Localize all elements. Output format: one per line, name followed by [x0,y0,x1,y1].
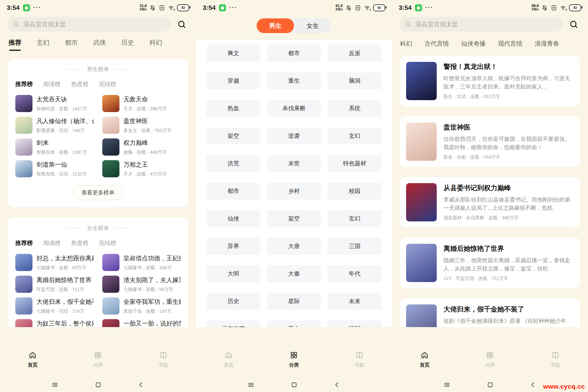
search-input[interactable]: 混在皇宫假太监 [399,17,562,32]
category-chip[interactable]: 大秦 [267,265,321,282]
tab-recommend[interactable]: 推荐 [9,38,21,51]
category-chip[interactable]: 乡村 [267,183,321,200]
feed-book-card[interactable]: 从县委书记到权力巅峰 李威从部队转到红山县做县委书记。而他刚到任的第一天就被人设… [400,177,580,228]
nav-home[interactable]: 首页 [196,351,261,377]
category-chip[interactable]: 大明 [206,265,260,282]
category-chip[interactable]: 西方 [267,320,321,327]
mute-bell-icon [541,5,548,11]
nav-home[interactable]: 首页 [0,351,65,377]
rank-tab-reading[interactable]: 阅读榜 [43,239,61,247]
category-chip[interactable]: 爽文 [206,45,260,62]
nav-category[interactable]: 分类 [65,351,130,377]
category-chip[interactable]: 重生 [267,72,321,89]
rank-tab-reading[interactable]: 阅读榜 [43,80,61,88]
view-more-ranks-button[interactable]: 查看更多榜单 [73,185,123,200]
feed-book-card[interactable]: 警报！真龙出狱！ 叶楚替兄长顶罪入狱，机缘巧合拜药皇为师，习逆天医术，三年后王者… [400,56,580,106]
category-chip[interactable]: 系统 [328,100,382,117]
category-chip[interactable]: 热血 [206,100,260,117]
category-chip[interactable]: 大唐 [267,238,321,255]
book-list-item[interactable]: 为奴三年后，整个侯府七猫爆书 · 连载 · 192万 [15,319,94,327]
rank-tab-finished[interactable]: 完结榜 [99,239,116,247]
tab-youth-romance[interactable]: 浪漫青春 [535,40,559,48]
search-button[interactable] [567,17,581,31]
tab-xianxia-romance[interactable]: 仙侠奇缘 [461,40,486,48]
category-chip[interactable]: 三国 [328,238,382,255]
search-icon [405,21,412,28]
book-list-item[interactable]: 离婚后她惊艳了世界可盐可甜 · 连载 · 711万 [15,276,94,293]
book-list-item[interactable]: 剑来智商在线 · 连载 · 1297万 [15,138,94,156]
book-list-item[interactable]: 盖世神医多女主 · 连载 · 753万字 [102,117,181,134]
book-list-item[interactable]: 渣夫别跪了，夫人嫁顶七猫爆书 · 连载 · 55万字 [102,276,181,293]
category-chip[interactable]: 异界 [206,238,260,255]
category-chip[interactable]: 仙侠 [206,210,260,227]
category-chip[interactable]: 末世 [267,155,321,172]
rank-tab-hot[interactable]: 热度榜 [71,80,89,88]
nav-bookshelf[interactable]: 书架 [327,351,392,377]
book-list-item[interactable]: 万相之王天才 · 连载 · 472万字 [102,160,181,177]
toggle-female[interactable]: 女生 [294,18,331,33]
search-button[interactable] [175,17,189,31]
book-list-item[interactable]: 大佬归来，假千金她不七猫爆书 · 完结 · 274万 [15,297,94,315]
recents-menu-icon[interactable] [247,381,254,388]
recents-menu-icon[interactable] [51,381,58,388]
book-list-item[interactable]: 一胎又一胎，说好的禁扮猪吃虎 · 连载 · 86万字 [102,319,181,327]
nav-category[interactable]: 分类 [457,351,522,377]
category-chip[interactable]: 杀伐果断 [267,100,321,117]
category-chip[interactable]: 未来 [328,293,382,310]
nav-category[interactable]: 分类 [261,351,326,377]
toggle-male[interactable]: 男生 [257,18,294,33]
category-chip[interactable]: 都市 [267,45,321,62]
category-chip[interactable]: 架空 [206,127,260,145]
rank-tab-recommend[interactable]: 推荐榜 [15,80,33,88]
category-chip[interactable]: 逆袭 [267,127,321,145]
tab-wuxia[interactable]: 武侠 [93,38,106,51]
book-list-item[interactable]: 无敌天命天才 · 连载 · 288万字 [102,95,181,112]
category-chip[interactable]: 历史 [206,293,260,310]
category-chip[interactable]: 都市 [206,183,260,200]
category-chip[interactable]: 特色题材 [328,155,382,172]
tab-scifi[interactable]: 科幻 [149,38,162,51]
category-chip[interactable]: 星际 [267,293,321,310]
nav-bookshelf[interactable]: 书架 [523,351,588,377]
book-list-item[interactable]: 权力巅峰烧脑 · 连载 · 448万字 [102,138,181,156]
feed-book-card[interactable]: 大佬归来，假千金她不装了 短剧《假千金她满级归来》原著 《你好种种她少年 [400,298,580,327]
book-list-item[interactable]: 封总，太太想跟你离婚七猫爆书 · 连载 · 63万字 [15,254,94,271]
category-chip[interactable]: 脑洞 [328,72,382,89]
category-chip[interactable]: 灵气复苏 [206,320,260,327]
rank-tab-hot[interactable]: 热度榜 [71,239,89,247]
category-chip[interactable]: 穿越 [206,72,260,89]
book-list-item[interactable]: 太荒吞天诀扮猪吃虎 · 连载 · 1427万 [15,95,94,112]
category-chip[interactable]: 玄幻 [328,127,382,145]
tab-modern-romance[interactable]: 现代言情 [498,40,522,48]
back-icon[interactable] [138,381,145,388]
category-chip[interactable]: 洪荒 [206,155,260,172]
feed-book-card[interactable]: 盖世神医 任你权势滔天，任你富可敌国，在我面前不要嚣张。我是叶秋，能救你的命，也… [400,116,580,167]
rank-tab-finished[interactable]: 完结榜 [99,80,116,88]
tab-urban[interactable]: 都市 [65,38,78,51]
book-list-item[interactable]: 剑道第一仙智商在线 · 完结 · 1132万 [15,160,94,177]
category-chip[interactable]: 校园 [328,183,382,200]
home-square-icon[interactable] [95,381,102,388]
category-chip[interactable]: 年代 [328,265,382,282]
home-square-icon[interactable] [487,381,494,388]
category-chip[interactable]: 民国 [328,320,382,327]
category-chip[interactable]: 玄幻 [328,210,382,227]
book-list-item[interactable]: 皇叔借点功德，王妃把七猫爆书 · 连载 · 330万 [102,254,181,271]
home-square-icon[interactable] [291,381,298,388]
tab-fantasy[interactable]: 玄幻 [37,38,50,51]
nav-bookshelf[interactable]: 书架 [131,351,196,377]
tab-scifi[interactable]: 科幻 [400,40,412,48]
book-list-item[interactable]: 凡人修仙传（杨洋、金影视原著 · 完结 · 748万 [15,117,94,134]
recents-menu-icon[interactable] [443,381,450,388]
nav-home[interactable]: 首页 [392,351,457,377]
book-list-item[interactable]: 全家夺我军功，重生嫡真假千金 · 连载 · 137万 [102,297,181,315]
category-chip[interactable]: 架空 [267,210,321,227]
tab-ancient-romance[interactable]: 古代言情 [424,40,449,48]
category-chip[interactable]: 反派 [328,45,382,62]
rank-tab-recommend[interactable]: 推荐榜 [15,239,33,247]
search-input[interactable]: 混在皇宫假太监 [7,17,170,32]
feed-book-card[interactable]: 离婚后她惊艳了世界 隐婚三年，他突然提出离婚，苏嫣忍痛一笑，拿钱走人，从此踏上开… [400,238,580,288]
back-icon[interactable] [530,381,537,388]
tab-history[interactable]: 历史 [121,38,134,51]
back-icon[interactable] [334,381,341,388]
